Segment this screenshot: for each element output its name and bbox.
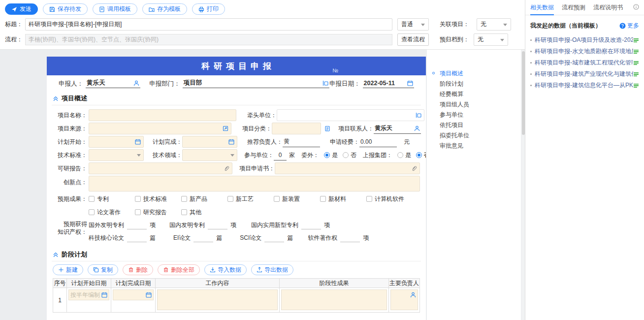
panel-info-button[interactable]: [633, 4, 639, 11]
phase-import-button[interactable]: 导入数据: [204, 264, 247, 275]
date-field[interactable]: 2022-05-11: [363, 78, 414, 88]
applicant-field[interactable]: 黄乐天: [86, 78, 140, 88]
prearchive-select[interactable]: 无: [474, 33, 508, 46]
budget-field[interactable]: 0.00: [359, 137, 397, 147]
outsource-no-radio[interactable]: 否: [343, 151, 356, 160]
recommend-field[interactable]: 黄: [283, 137, 320, 147]
start-date-input[interactable]: [70, 291, 101, 298]
related-project-select[interactable]: 无: [477, 18, 511, 31]
ip-ei-paper-input[interactable]: [193, 235, 213, 242]
list-item[interactable]: 科研项目申报-建筑产业现代化与建筑信息...: [525, 68, 644, 80]
call-template-button[interactable]: 调用模板: [93, 3, 137, 15]
outcome-checkbox-research-report[interactable]: 研究报告: [135, 208, 181, 217]
project-category-input[interactable]: [272, 123, 321, 134]
section-phase-header[interactable]: 阶段计划: [52, 248, 421, 261]
project-contact-field[interactable]: 黄乐天: [374, 124, 421, 134]
end-date-input[interactable]: [115, 291, 146, 298]
participant-field[interactable]: 0: [274, 150, 287, 160]
outcome-checkbox-new-device[interactable]: 新装置: [274, 195, 320, 203]
print-button[interactable]: 打印: [192, 3, 225, 15]
flow-input[interactable]: 李楠(协同)、李国华(协同)、空节点、张国庆(协同): [25, 34, 392, 45]
list-item[interactable]: 科研项目申报-城市建筑工程现代化管理系...: [525, 57, 644, 68]
nav-item-phase-plan[interactable]: 阶段计划: [427, 79, 521, 89]
ip-domestic-patent-input[interactable]: [208, 223, 227, 229]
phase-result-input[interactable]: [281, 289, 387, 310]
work-content-input[interactable]: [157, 289, 278, 310]
start-date-input-box[interactable]: [68, 289, 109, 300]
budget-value: 0.00: [360, 138, 372, 145]
nav-item-entrusted-unit[interactable]: 拟委托单位: [427, 130, 521, 141]
phase-copy-button[interactable]: 复制: [88, 264, 118, 275]
phase-delete-button[interactable]: 删除: [123, 264, 153, 275]
outcome-checkbox-other[interactable]: 其他: [181, 208, 227, 217]
tab-flow-forecast[interactable]: 流程预测: [562, 0, 585, 15]
report-group-yes-radio[interactable]: 是: [397, 151, 411, 160]
list-item[interactable]: 科研项目申报-OA项目升级及改造-2022-0...: [525, 34, 644, 46]
nav-item-reliant-project[interactable]: 依托项目: [427, 120, 521, 130]
project-source-input[interactable]: [89, 123, 231, 134]
section-overview-header[interactable]: 项目概述: [52, 92, 421, 105]
nav-item-participants[interactable]: 参与单位: [427, 110, 521, 120]
owner-input[interactable]: [390, 289, 418, 310]
report-group-no-radio[interactable]: 否: [416, 151, 426, 160]
ip-utility-patent-input[interactable]: [301, 223, 321, 229]
end-date-input-box[interactable]: [113, 289, 154, 300]
clipboard-icon[interactable]: [324, 126, 330, 131]
plan-start-input[interactable]: [89, 136, 144, 148]
scrollbar-thumb[interactable]: [522, 51, 525, 135]
person-icon[interactable]: [410, 292, 416, 298]
outcome-checkbox-software[interactable]: 计算机软件: [366, 195, 404, 203]
phase-delete-all-button[interactable]: 删除全部: [158, 264, 200, 275]
ip-core-paper-input[interactable]: [127, 235, 147, 242]
ip-software-copyright-input[interactable]: [340, 235, 360, 242]
row-index-cell: 1: [53, 288, 67, 313]
lead-unit-input[interactable]: [277, 109, 424, 121]
send-button[interactable]: 发送: [5, 3, 38, 15]
outcome-checkbox-tech-standard[interactable]: 技术标准: [135, 195, 181, 203]
save-as-template-button[interactable]: 存为模板: [142, 3, 187, 15]
nav-item-overview[interactable]: 项目概述: [427, 68, 521, 79]
outsource-yes-radio[interactable]: 是: [324, 151, 338, 160]
tech-field-select[interactable]: [182, 149, 237, 161]
section-budget-header[interactable]: 经费概算: [52, 318, 421, 320]
ip-sci-paper: SCI论文篇: [240, 234, 293, 242]
phase-new-button[interactable]: 新建: [53, 264, 83, 275]
outcome-checkbox-new-process[interactable]: 新工艺: [227, 195, 274, 203]
outcome-checkbox-patent[interactable]: 专利: [89, 195, 135, 203]
nav-item-team[interactable]: 项目组人员: [427, 99, 521, 110]
list-item[interactable]: 科研项目申报-建筑信息化平台—从PKPM...: [525, 80, 644, 91]
calendar-icon: [228, 139, 234, 145]
view-flow-button[interactable]: 查看流程: [397, 33, 429, 46]
outcome-checkbox-papers[interactable]: 论文著作: [89, 208, 135, 217]
tech-standard-select[interactable]: [89, 149, 144, 161]
more-link[interactable]: 更多: [619, 22, 639, 30]
feasibility-input[interactable]: [89, 162, 232, 174]
application-input[interactable]: [275, 162, 420, 174]
outcome-checkbox-new-material[interactable]: 新材料: [320, 195, 366, 203]
checkbox-icon: [320, 196, 326, 202]
title-input[interactable]: [25, 18, 392, 31]
row-name-leadunit: 项目名称： 牵头单位：: [53, 109, 420, 121]
plan-end-input[interactable]: [182, 136, 237, 148]
ip-sci-paper-input[interactable]: [264, 235, 284, 242]
save-pending-button[interactable]: 保存待发: [43, 3, 88, 15]
nav-item-budget[interactable]: 经费概算: [427, 89, 521, 99]
nav-item-approval-opinion[interactable]: 审批意见: [427, 141, 521, 151]
list-item[interactable]: 科研项目申报-水文地质勘察在环境地质勘...: [525, 46, 644, 57]
picker-icon: [223, 126, 228, 131]
phase-export-button[interactable]: 导出数据: [251, 264, 293, 275]
outcome-checkbox-new-product[interactable]: 新产品: [181, 195, 227, 203]
calendar-icon[interactable]: [146, 292, 152, 298]
calendar-icon[interactable]: [101, 292, 107, 298]
tab-related-data[interactable]: 相关数据: [530, 0, 554, 15]
col-index: 序号: [53, 279, 67, 288]
work-content-cell: [156, 288, 280, 313]
priority-select[interactable]: 普通: [397, 18, 429, 31]
ip-foreign-patent-input[interactable]: [127, 223, 147, 229]
action-toolbar: 发送 保存待发 调用模板 存为模板 打印: [0, 0, 525, 17]
innovation-textarea[interactable]: [89, 176, 420, 192]
tab-flow-manual[interactable]: 流程说明书: [593, 0, 623, 15]
project-name-input[interactable]: [89, 109, 236, 121]
dept-field[interactable]: 项目部: [183, 78, 329, 88]
outsource-no-label: 否: [351, 151, 356, 160]
